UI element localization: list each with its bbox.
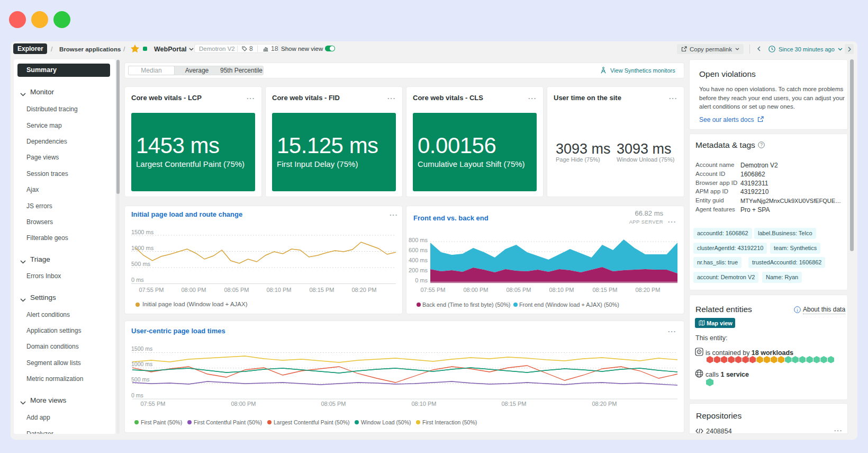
svg-text:?: ? — [760, 142, 763, 147]
svg-text:i: i — [797, 307, 798, 313]
